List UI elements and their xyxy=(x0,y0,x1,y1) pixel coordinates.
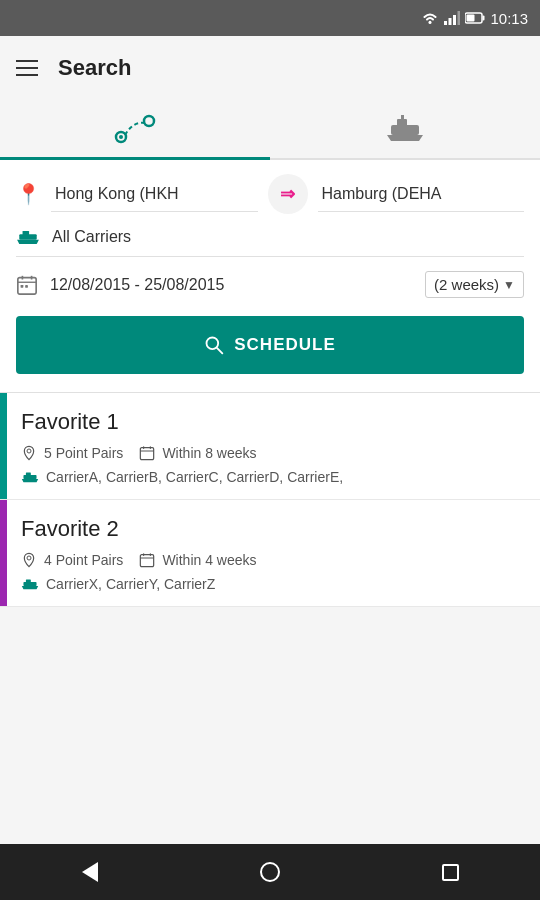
svg-rect-2 xyxy=(449,18,452,25)
weeks-selector[interactable]: (2 weeks) ▼ xyxy=(425,271,524,298)
svg-rect-23 xyxy=(25,285,28,288)
favorite-meta-2: 4 Point Pairs Within 4 weeks xyxy=(21,552,524,568)
date-row: 12/08/2015 - 25/08/2015 (2 weeks) ▼ xyxy=(16,271,524,298)
nav-back-button[interactable] xyxy=(60,852,120,892)
favorite-carriers-text-1: CarrierA, CarrierB, CarrierC, CarrierD, … xyxy=(46,469,343,485)
location-pin-icon-2 xyxy=(21,552,37,568)
battery-icon xyxy=(465,11,485,25)
carrier-ship-icon xyxy=(16,228,40,246)
svg-marker-41 xyxy=(22,586,38,589)
svg-marker-13 xyxy=(387,135,423,141)
bottom-navigation xyxy=(0,844,540,900)
svg-point-9 xyxy=(144,116,154,126)
favorite-pairs-text-1: 5 Point Pairs xyxy=(44,445,123,461)
swap-arrow-icon: ⇒ xyxy=(280,183,295,205)
page-title: Search xyxy=(58,55,131,81)
favorite-carriers-2: CarrierX, CarrierY, CarrierZ xyxy=(21,576,524,592)
favorite-meta-1: 5 Point Pairs Within 8 weeks xyxy=(21,445,524,461)
svg-rect-40 xyxy=(26,580,31,583)
schedule-button[interactable]: SCHEDULE xyxy=(16,316,524,374)
favorite-carriers-text-2: CarrierX, CarrierY, CarrierZ xyxy=(46,576,215,592)
favorite-accent-teal xyxy=(0,393,7,499)
svg-line-25 xyxy=(217,348,222,353)
tabs-bar xyxy=(0,100,540,160)
calendar-icon xyxy=(16,274,38,296)
calendar-small-icon-2 xyxy=(139,552,155,568)
origin-input[interactable]: Hong Kong (HKH xyxy=(51,177,258,212)
svg-point-34 xyxy=(27,556,31,560)
wifi-icon xyxy=(421,11,439,25)
swap-button[interactable]: ⇒ xyxy=(268,174,308,214)
date-range-text: 12/08/2015 - 25/08/2015 xyxy=(50,276,413,294)
favorite-point-pairs-2: 4 Point Pairs xyxy=(21,552,123,568)
svg-rect-7 xyxy=(467,15,475,22)
schedule-button-label: SCHEDULE xyxy=(234,335,336,355)
svg-rect-32 xyxy=(26,473,31,476)
svg-point-10 xyxy=(119,135,123,139)
status-bar: 10:13 xyxy=(0,0,540,36)
carrier-ship-small-icon-2 xyxy=(21,577,39,591)
svg-rect-3 xyxy=(453,15,456,25)
home-circle-icon xyxy=(260,862,280,882)
svg-rect-1 xyxy=(444,21,447,25)
nav-recents-button[interactable] xyxy=(420,852,480,892)
tab-ship[interactable] xyxy=(270,100,540,158)
calendar-small-icon-1 xyxy=(139,445,155,461)
favorite-carriers-1: CarrierA, CarrierB, CarrierC, CarrierD, … xyxy=(21,469,524,485)
svg-point-0 xyxy=(429,21,432,24)
svg-rect-35 xyxy=(141,555,154,567)
favorite-time-text-1: Within 8 weeks xyxy=(162,445,256,461)
weeks-value: (2 weeks) xyxy=(434,276,499,293)
route-row: 📍 Hong Kong (HKH ⇒ Hamburg (DEHA xyxy=(16,174,524,214)
recents-square-icon xyxy=(442,864,459,881)
svg-rect-16 xyxy=(23,231,30,235)
favorite-item-2[interactable]: Favorite 2 4 Point Pairs xyxy=(0,500,540,607)
svg-point-26 xyxy=(27,449,31,453)
svg-rect-14 xyxy=(401,115,404,121)
svg-rect-27 xyxy=(141,448,154,460)
favorite-time-range-2: Within 4 weeks xyxy=(139,552,256,568)
favorite-time-text-2: Within 4 weeks xyxy=(162,552,256,568)
favorite-time-range-1: Within 8 weeks xyxy=(139,445,256,461)
svg-marker-33 xyxy=(22,479,38,482)
app-bar: Search xyxy=(0,36,540,100)
favorite-title-1: Favorite 1 xyxy=(21,409,524,435)
location-pin-icon-1 xyxy=(21,445,37,461)
favorite-item-1[interactable]: Favorite 1 5 Point Pairs xyxy=(0,393,540,500)
favorite-point-pairs-1: 5 Point Pairs xyxy=(21,445,123,461)
route-tab-icon xyxy=(111,111,159,147)
origin-location-icon: 📍 xyxy=(16,182,41,206)
ship-tab-icon xyxy=(383,111,427,147)
svg-rect-22 xyxy=(21,285,24,288)
search-form: 📍 Hong Kong (HKH ⇒ Hamburg (DEHA All Car… xyxy=(0,160,540,392)
carriers-row: All Carriers xyxy=(16,228,524,257)
svg-rect-6 xyxy=(483,16,485,21)
carrier-ship-small-icon-1 xyxy=(21,470,39,484)
favorite-title-2: Favorite 2 xyxy=(21,516,524,542)
destination-input[interactable]: Hamburg (DEHA xyxy=(318,177,525,212)
favorites-section: Favorite 1 5 Point Pairs xyxy=(0,393,540,607)
favorite-pairs-text-2: 4 Point Pairs xyxy=(44,552,123,568)
favorite-content-1: Favorite 1 5 Point Pairs xyxy=(7,393,540,499)
hamburger-menu-icon[interactable] xyxy=(16,60,38,76)
svg-marker-17 xyxy=(17,240,39,244)
status-icons: 10:13 xyxy=(421,10,528,27)
tab-route[interactable] xyxy=(0,100,270,158)
signal-icon xyxy=(444,11,460,25)
svg-rect-4 xyxy=(458,11,461,25)
weeks-dropdown-arrow: ▼ xyxy=(503,278,515,292)
favorite-accent-purple xyxy=(0,500,7,606)
carriers-label: All Carriers xyxy=(52,228,131,246)
status-time: 10:13 xyxy=(490,10,528,27)
favorite-content-2: Favorite 2 4 Point Pairs xyxy=(7,500,540,606)
nav-home-button[interactable] xyxy=(240,852,300,892)
schedule-search-icon xyxy=(204,335,224,355)
back-triangle-icon xyxy=(82,862,98,882)
